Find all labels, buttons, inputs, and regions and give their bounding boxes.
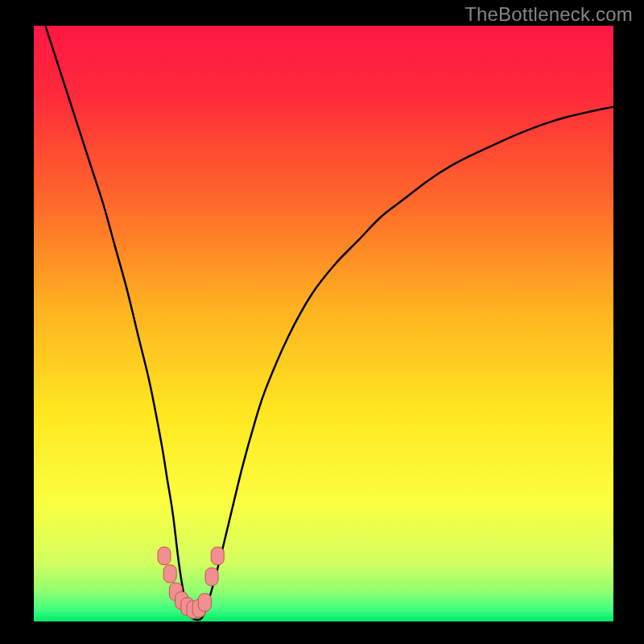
highlight-marker (158, 547, 171, 565)
bottleneck-chart (0, 0, 644, 644)
highlight-marker (198, 593, 211, 611)
chart-frame: TheBottleneck.com (0, 0, 644, 644)
watermark-label: TheBottleneck.com (464, 3, 633, 26)
highlight-marker (205, 568, 218, 586)
highlight-marker (163, 565, 176, 583)
plot-background (34, 26, 613, 621)
highlight-marker (211, 547, 224, 565)
